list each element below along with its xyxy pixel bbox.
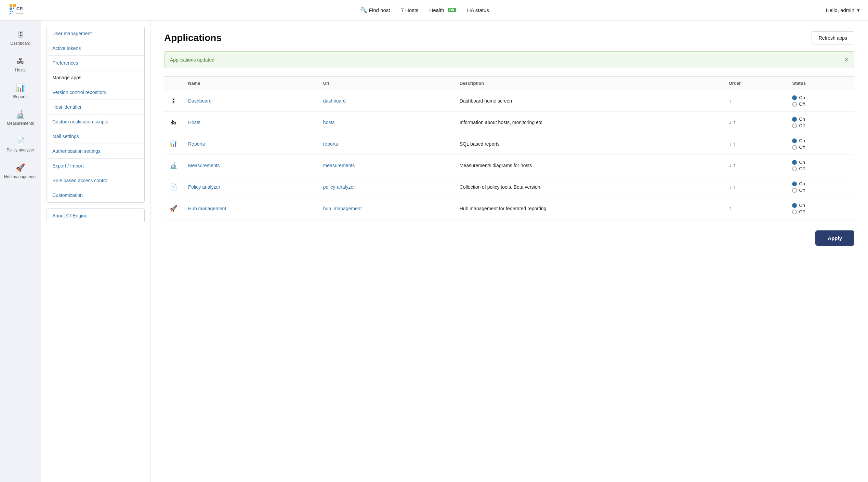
status-on-option[interactable]: On	[792, 181, 849, 186]
radio-on[interactable]	[792, 138, 797, 143]
status-on-label: On	[799, 95, 805, 100]
refresh-apps-button[interactable]: Refresh apps	[812, 31, 854, 44]
app-row-name[interactable]: Dashboard	[183, 90, 318, 112]
hosts-count-label: 7 Hosts	[401, 7, 418, 13]
subnav-preferences[interactable]: Preferences	[47, 56, 144, 70]
app-row-name[interactable]: Measurements	[183, 155, 318, 176]
order-up-button[interactable]: ↑	[733, 141, 736, 147]
radio-on[interactable]	[792, 117, 797, 122]
order-down-button[interactable]: ↓	[729, 119, 732, 125]
app-row-icon: 🚀	[164, 198, 183, 219]
order-up-button[interactable]: ↑	[733, 119, 736, 125]
app-name-link[interactable]: Measurements	[188, 163, 220, 168]
order-down-button[interactable]: ↓	[729, 162, 732, 169]
app-row-icon: 📊	[164, 133, 183, 155]
order-up-button[interactable]: ↑	[733, 162, 736, 169]
status-on-option[interactable]: On	[792, 160, 849, 165]
order-down-button[interactable]: ↓	[729, 141, 732, 147]
svg-rect-3	[10, 8, 12, 10]
app-row-url[interactable]: policy-analyzer	[318, 176, 454, 198]
order-down-button[interactable]: ↓	[729, 184, 732, 190]
app-row-name[interactable]: Policy analyzer	[183, 176, 318, 198]
subnav-user-management[interactable]: User management	[47, 26, 144, 41]
app-row-url[interactable]: reports	[318, 133, 454, 155]
radio-on[interactable]	[792, 95, 797, 100]
app-row-status: OnOff	[787, 176, 854, 198]
subnav-auth-settings[interactable]: Authentication settings	[47, 144, 144, 159]
app-row-description: Hub management for federated reporting	[454, 198, 723, 219]
radio-off[interactable]	[792, 188, 797, 193]
page-title: Applications	[164, 32, 222, 43]
radio-on[interactable]	[792, 182, 797, 186]
radio-off[interactable]	[792, 123, 797, 128]
app-name-link[interactable]: Reports	[188, 141, 205, 147]
health-nav[interactable]: Health OK	[429, 7, 456, 13]
subnav-custom-notifications[interactable]: Custom notification scripts	[47, 115, 144, 129]
radio-on[interactable]	[792, 160, 797, 165]
chevron-down-icon: ▾	[857, 7, 860, 13]
sidebar-item-reports[interactable]: 📊 Reports	[0, 79, 41, 103]
status-off-option[interactable]: Off	[792, 209, 849, 214]
app-row-description: SQL based reports	[454, 133, 723, 155]
app-row-url[interactable]: dashboard	[318, 90, 454, 112]
app-row-status: OnOff	[787, 90, 854, 112]
radio-off[interactable]	[792, 145, 797, 150]
subnav-role-access[interactable]: Role based access control	[47, 173, 144, 188]
hosts-nav[interactable]: 7 Hosts	[401, 7, 418, 13]
svg-rect-1	[10, 4, 12, 7]
user-menu[interactable]: Hello, admin ▾	[826, 7, 860, 13]
order-up-button[interactable]: ↑	[733, 184, 736, 190]
app-row-url[interactable]: measurements	[318, 155, 454, 176]
order-up-button[interactable]: ↑	[729, 205, 732, 212]
sidebar-item-hub-management[interactable]: 🚀 Hub management	[0, 159, 41, 183]
alert-close-button[interactable]: ✕	[844, 56, 849, 63]
subnav-about-cfengine[interactable]: About CFEngine	[47, 209, 144, 223]
app-row-url[interactable]: hosts	[318, 112, 454, 133]
radio-off[interactable]	[792, 102, 797, 107]
app-name-link[interactable]: Hub management	[188, 206, 226, 211]
app-name-link[interactable]: Policy analyzer	[188, 184, 220, 190]
radio-off[interactable]	[792, 166, 797, 171]
radio-on[interactable]	[792, 203, 797, 208]
status-off-option[interactable]: Off	[792, 166, 849, 171]
app-url-link[interactable]: hosts	[323, 120, 334, 125]
subnav-host-identifier[interactable]: Host identifier	[47, 100, 144, 115]
subnav-version-control[interactable]: Version control repository	[47, 85, 144, 100]
subnav-mail-settings[interactable]: Mail settings	[47, 129, 144, 144]
status-off-option[interactable]: Off	[792, 123, 849, 128]
status-on-option[interactable]: On	[792, 138, 849, 143]
subnav-export-import[interactable]: Export / Import	[47, 159, 144, 173]
subnav-active-tokens[interactable]: Active tokens	[47, 41, 144, 56]
table-row: 🖧HostshostsInformation about hosts, moni…	[164, 112, 854, 133]
app-url-link[interactable]: hub_management	[323, 206, 362, 211]
status-off-option[interactable]: Off	[792, 188, 849, 193]
apply-button[interactable]: Apply	[815, 230, 854, 246]
find-host-nav[interactable]: 🔍 Find host	[360, 7, 390, 13]
status-off-option[interactable]: Off	[792, 145, 849, 150]
sidebar-item-policy-analyzer[interactable]: 📄 Policy analyzer	[0, 133, 41, 157]
app-url-link[interactable]: policy-analyzer	[323, 184, 355, 190]
svg-rect-4	[13, 8, 14, 9]
subnav-customization[interactable]: Customization	[47, 188, 144, 202]
status-off-option[interactable]: Off	[792, 102, 849, 107]
app-row-name[interactable]: Reports	[183, 133, 318, 155]
sidebar-item-measurements[interactable]: 🔬 Measurements	[0, 106, 41, 130]
status-on-option[interactable]: On	[792, 95, 849, 100]
ha-status-nav[interactable]: HA status	[467, 7, 489, 13]
app-row-url[interactable]: hub_management	[318, 198, 454, 219]
status-on-option[interactable]: On	[792, 117, 849, 122]
sidebar-item-dashboard[interactable]: 🎛 Dashboard	[0, 26, 41, 50]
app-name-link[interactable]: Dashboard	[188, 98, 212, 104]
app-name-link[interactable]: Hosts	[188, 120, 200, 125]
app-url-link[interactable]: dashboard	[323, 98, 346, 104]
app-url-link[interactable]: reports	[323, 141, 338, 147]
subnav-manage-apps[interactable]: Manage apps	[47, 70, 144, 85]
radio-off[interactable]	[792, 210, 797, 214]
sidebar-item-hosts[interactable]: 🖧 Hosts	[0, 53, 41, 77]
status-on-option[interactable]: On	[792, 203, 849, 208]
app-row-name[interactable]: Hosts	[183, 112, 318, 133]
app-url-link[interactable]: measurements	[323, 163, 355, 168]
order-down-button[interactable]: ↓	[729, 98, 732, 104]
app-row-name[interactable]: Hub management	[183, 198, 318, 219]
alert-message: Applications updated	[170, 57, 214, 63]
